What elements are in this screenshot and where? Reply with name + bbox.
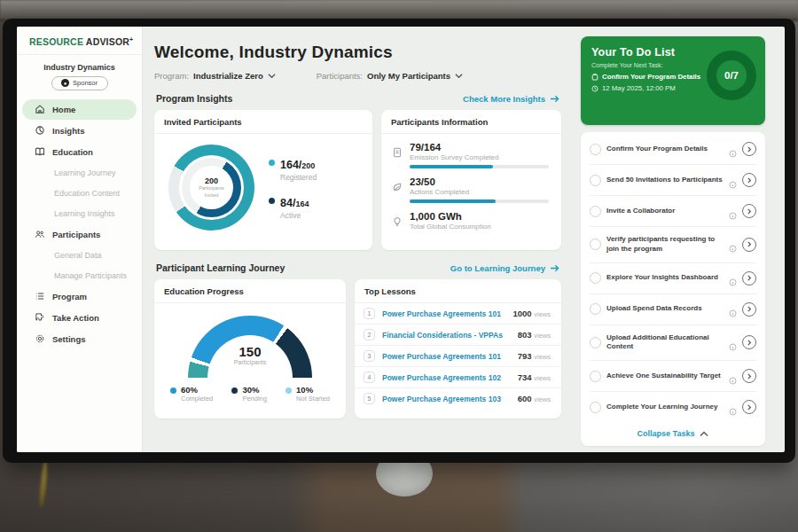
list-icon bbox=[35, 291, 45, 301]
todo-due-date: 12 May 2025, 12:00 PM bbox=[591, 84, 707, 92]
info-icon bbox=[729, 339, 737, 347]
navy-dot-icon bbox=[269, 198, 275, 204]
lightblue-dot-icon bbox=[286, 387, 292, 394]
legend-completed: 60%Completed bbox=[170, 385, 213, 403]
people-icon bbox=[35, 229, 45, 239]
task-open-button[interactable] bbox=[742, 400, 756, 414]
puzzle-icon bbox=[35, 312, 45, 323]
lesson-link[interactable]: Power Purchase Agreements 101 bbox=[382, 352, 518, 361]
todo-subtitle: Complete Your Next Task: bbox=[591, 62, 707, 68]
check-more-insights-link[interactable]: Check More Insights bbox=[463, 94, 559, 104]
lesson-link[interactable]: Power Purchase Agreements 102 bbox=[382, 373, 518, 382]
progress-bar bbox=[410, 200, 549, 203]
sidebar-item-insights[interactable]: Insights bbox=[22, 121, 137, 141]
card-title: Participants Information bbox=[381, 110, 561, 134]
lesson-row: 5 Power Purchase Agreements 103 600 view… bbox=[355, 388, 561, 409]
info-icon bbox=[729, 176, 737, 184]
sidebar-item-general-data[interactable]: General Data bbox=[22, 246, 137, 265]
lesson-link[interactable]: Power Purchase Agreements 101 bbox=[382, 309, 512, 318]
task-row: Upload Spend Data Records bbox=[590, 294, 756, 325]
task-checkbox[interactable] bbox=[590, 402, 601, 413]
chevron-up-icon bbox=[700, 431, 708, 437]
program-dropdown[interactable]: Program: Industrialize Zero bbox=[154, 71, 276, 81]
lesson-link[interactable]: Financial Considerations - VPPAs bbox=[382, 331, 518, 340]
task-open-button[interactable] bbox=[742, 302, 756, 317]
task-checkbox[interactable] bbox=[590, 303, 601, 315]
task-checkbox[interactable] bbox=[590, 239, 601, 250]
section-title: Program Insights bbox=[156, 93, 232, 104]
legend-pending: 30%Pending bbox=[231, 385, 267, 403]
sponsor-badge[interactable]: ● Sponsor bbox=[51, 76, 108, 90]
task-checkbox[interactable] bbox=[590, 272, 601, 284]
task-row: Upload Additional Educational Content bbox=[590, 325, 756, 362]
task-open-button[interactable] bbox=[742, 335, 756, 349]
app-logo: RESOURCE ADVISOR+ bbox=[17, 35, 142, 55]
org-name: Industry Dynamics bbox=[17, 63, 142, 72]
info-icon bbox=[729, 403, 737, 411]
filter-bar: Program: Industrialize Zero Participants… bbox=[154, 71, 561, 81]
task-open-button[interactable] bbox=[742, 204, 756, 218]
dashboard-screen: RESOURCE ADVISOR+ Industry Dynamics ● Sp… bbox=[17, 27, 785, 452]
education-gauge-legend: 60%Completed 30%Pending 10%Not Started bbox=[163, 381, 337, 403]
home-icon bbox=[35, 104, 45, 114]
todo-summary-card: Your To Do List Complete Your Next Task:… bbox=[581, 36, 765, 125]
sidebar-item-home[interactable]: Home bbox=[22, 99, 137, 120]
task-open-button[interactable] bbox=[742, 271, 756, 286]
todo-next-task: Confirm Your Program Details bbox=[591, 73, 707, 81]
task-row: Achieve One Sustainability Target bbox=[590, 361, 756, 392]
invited-participants-card: Invited Participants 200 Participants In… bbox=[154, 110, 372, 250]
insights-icon bbox=[35, 125, 45, 136]
sidebar-item-manage-participants[interactable]: Manage Participants bbox=[22, 266, 137, 286]
logo-text-advisor: ADVISOR+ bbox=[86, 36, 134, 47]
leaf-icon bbox=[392, 180, 403, 191]
sidebar-item-program[interactable]: Program bbox=[22, 286, 137, 307]
chevron-down-icon bbox=[455, 72, 463, 80]
sidebar-item-learning-insights[interactable]: Learning Insights bbox=[22, 204, 137, 223]
clock-icon bbox=[591, 85, 598, 92]
todo-title: Your To Do List bbox=[591, 46, 707, 59]
participants-dropdown[interactable]: Participants: Only My Participants bbox=[317, 71, 463, 81]
task-checkbox[interactable] bbox=[590, 175, 601, 186]
task-open-button[interactable] bbox=[742, 173, 756, 187]
task-row: Confirm Your Program Details bbox=[590, 134, 756, 165]
sidebar-item-settings[interactable]: Settings bbox=[22, 329, 137, 349]
collapse-tasks-link[interactable]: Collapse Tasks bbox=[590, 422, 756, 446]
task-open-button[interactable] bbox=[742, 369, 756, 383]
task-open-button[interactable] bbox=[742, 238, 756, 252]
participants-information-card: Participants Information 79/164 Emission… bbox=[381, 110, 561, 250]
task-checkbox[interactable] bbox=[590, 206, 601, 217]
room-shadow bbox=[0, 452, 798, 532]
book-icon bbox=[35, 146, 45, 157]
task-open-button[interactable] bbox=[742, 142, 756, 156]
learning-journey-header: Participant Learning Journey Go to Learn… bbox=[156, 262, 559, 273]
teal-dot-icon bbox=[269, 160, 275, 166]
task-checkbox[interactable] bbox=[590, 337, 601, 348]
top-lessons-card: Top Lessons 1 Power Purchase Agreements … bbox=[355, 279, 561, 419]
education-gauge-chart: 150 Participants bbox=[188, 316, 312, 378]
go-to-learning-journey-link[interactable]: Go to Learning Journey bbox=[450, 263, 559, 273]
arrow-right-icon bbox=[550, 95, 559, 103]
task-checkbox[interactable] bbox=[590, 371, 601, 382]
invited-donut-chart: 200 Participants Invited bbox=[168, 145, 254, 231]
navy-dot-icon bbox=[231, 387, 238, 394]
info-icon bbox=[729, 145, 737, 153]
lesson-link[interactable]: Power Purchase Agreements 103 bbox=[382, 395, 518, 403]
sidebar-item-education-content[interactable]: Education Content bbox=[22, 184, 137, 203]
task-row: Complete Your Learning Journey bbox=[590, 392, 756, 422]
education-progress-card: Education Progress 150 Participants 60%C… bbox=[154, 279, 346, 419]
info-icon bbox=[729, 274, 737, 282]
sidebar-item-learning-journey[interactable]: Learning Journey bbox=[22, 163, 137, 183]
card-title: Education Progress bbox=[154, 279, 346, 303]
sidebar-item-participants[interactable]: Participants bbox=[22, 224, 137, 245]
main-content: Welcome, Industry Dynamics Program: Indu… bbox=[143, 27, 575, 452]
blue-dot-icon bbox=[170, 387, 176, 394]
info-icon bbox=[729, 207, 737, 215]
sidebar-item-education[interactable]: Education bbox=[22, 142, 137, 162]
info-icon bbox=[729, 240, 737, 248]
sponsor-icon: ● bbox=[61, 79, 69, 87]
task-row: Explore Your Insights Dashboard bbox=[590, 263, 756, 294]
lesson-row: 4 Power Purchase Agreements 102 734 view… bbox=[355, 367, 561, 388]
todo-panel: Your To Do List Complete Your Next Task:… bbox=[575, 27, 785, 452]
task-checkbox[interactable] bbox=[590, 144, 601, 155]
sidebar-item-take-action[interactable]: Take Action bbox=[22, 308, 137, 328]
